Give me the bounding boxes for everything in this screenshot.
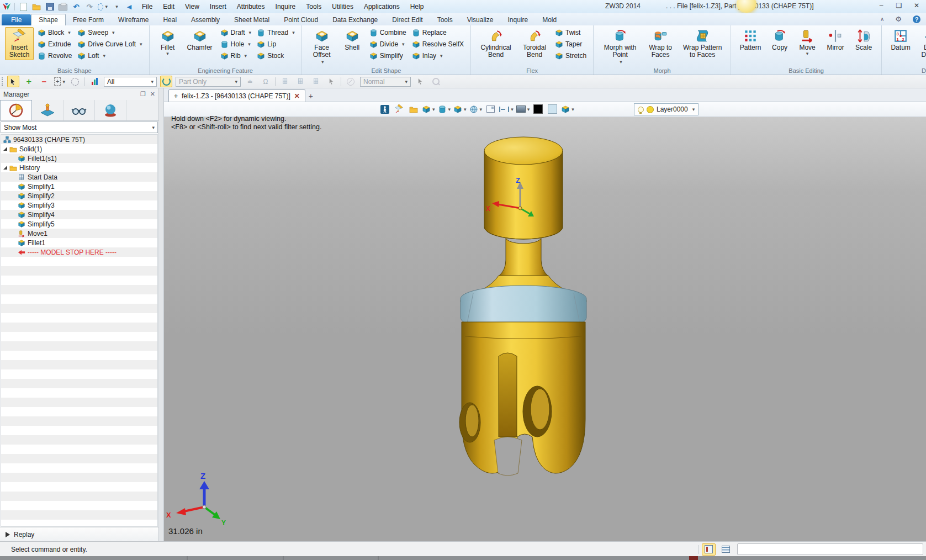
tab-file[interactable]: File [2,14,31,25]
hole-button[interactable]: Hole [219,39,253,50]
replay-bar[interactable]: Replay [0,527,158,541]
menu-attributes[interactable]: Attributes [237,3,265,10]
open-file-button[interactable] [31,2,41,11]
tree-item-simplify4[interactable]: Simplify4 [1,210,157,219]
rotate-view-button[interactable] [469,103,483,115]
entity-filter-dropdown[interactable]: All [104,77,157,87]
pick-cursor-button[interactable] [7,76,19,87]
block-button[interactable]: Block [36,27,73,38]
sweep-button[interactable]: Sweep [76,27,144,38]
tree-item-solid[interactable]: Solid(1) [1,144,157,154]
lip-button[interactable]: Lip [255,39,297,50]
tree-item-simplify5[interactable]: Simplify5 [1,219,157,229]
drag-datum-button[interactable]: Drag Datum [917,27,926,60]
combine-button[interactable]: Combine [368,27,408,38]
tree-item-start-data[interactable]: Start Data [1,172,157,182]
inlay-button[interactable]: Inlay [410,50,465,61]
view-orientation-button[interactable] [421,103,436,115]
revolve-button[interactable]: Revolve [36,50,73,61]
undo-button[interactable]: ↶ [71,2,81,11]
toolbar-options-button[interactable] [111,2,121,11]
zoom-pick-button[interactable] [430,76,442,87]
tree-item-root[interactable]: 96430133 (CHAPE 75T) [1,135,157,144]
filter-cycle-button[interactable] [160,76,172,87]
tree-item-move1[interactable]: Move1 [1,229,157,238]
dock-panel-icon[interactable]: ❐ [140,91,146,98]
replace-button[interactable]: Replace [410,27,465,38]
menu-edit[interactable]: Edit [163,3,174,10]
tab-sheet-metal[interactable]: Sheet Metal [227,14,277,25]
tab-data-exchange[interactable]: Data Exchange [325,14,385,25]
twist-button[interactable]: Twist [553,27,588,38]
extrude-button[interactable]: Extrude [36,39,73,50]
option-b-button[interactable]: Ω [260,76,272,87]
zoom-window-button[interactable] [484,103,497,115]
fillet-button[interactable]: Fillet [155,27,181,57]
settings-gear-icon[interactable]: ⚙ [895,15,902,23]
face-offset-button[interactable]: Face Offset [307,27,337,67]
tab-visualize[interactable]: Visualize [460,14,501,25]
rib-button[interactable]: Rib [219,50,253,61]
stock-button[interactable]: Stock [255,50,297,61]
sketch-edit-button[interactable] [393,103,405,115]
show-filter-dropdown[interactable]: Show Most [1,121,158,133]
menu-help[interactable]: Help [410,3,424,10]
model-canvas[interactable]: Layer0000 Hold down <F2> for dynamic vie… [164,102,926,541]
walk-through-button[interactable] [378,103,391,115]
manager-tab-assembly[interactable] [32,100,64,120]
lasso-button[interactable] [69,76,81,87]
datum-button[interactable]: Datum [887,27,914,53]
new-tab-button[interactable]: + [309,92,313,101]
move-button[interactable]: Move [795,27,820,57]
menu-view[interactable]: View [185,3,199,10]
taper-button[interactable]: Taper [553,39,588,50]
print-button[interactable] [58,2,68,11]
scale-button[interactable]: Scale [851,27,876,53]
redo-button[interactable]: ↷ [84,2,94,11]
thread-button[interactable]: Thread [255,27,297,38]
menu-insert[interactable]: Insert [210,3,226,10]
cylindrical-bend-button[interactable]: Cylindrical Bend [476,27,516,60]
copy-button[interactable]: Copy [767,27,792,53]
tab-inquire[interactable]: Inquire [500,14,535,25]
tree-item-fillet1[interactable]: Fillet1 [1,238,157,247]
pick-point-button[interactable] [414,76,426,87]
draft-button[interactable]: Draft [219,27,253,38]
drive-curve-loft-button[interactable]: Drive Curve Loft [76,39,144,50]
save-button[interactable] [45,2,55,11]
tree-item-model-stop[interactable]: ----- MODEL STOP HERE ----- [1,247,157,257]
tab-direct-edit[interactable]: Direct Edit [385,14,430,25]
selector-button[interactable] [98,2,108,11]
tab-heal[interactable]: Heal [156,14,184,25]
manager-tab-history[interactable] [0,100,32,120]
panel-splitter[interactable] [159,88,164,541]
pick-last-button[interactable] [325,76,337,87]
tab-shape[interactable]: Shape [31,14,66,25]
close-panel-icon[interactable]: ✕ [150,91,155,98]
plane-button[interactable] [407,103,420,115]
toroidal-bend-button[interactable]: Toroidal Bend [518,27,551,60]
tree-item-simplify1[interactable]: Simplify1 [1,182,157,191]
mirror-button[interactable]: Mirror [822,27,849,53]
layer-dropdown[interactable]: Layer0000 [634,103,699,115]
expander-icon[interactable] [3,166,7,170]
tab-wireframe[interactable]: Wireframe [111,14,156,25]
help-icon[interactable]: ? [913,15,920,23]
stretch-button[interactable]: Stretch [553,50,588,61]
status-input[interactable] [737,543,923,555]
snap-mode-dropdown[interactable]: Normal [360,77,411,87]
simplify-button[interactable]: Simplify [368,50,408,61]
view-standard-button[interactable] [437,103,452,115]
display-mode-button[interactable] [516,103,531,115]
pick-region-button[interactable]: + [54,76,66,87]
document-tab[interactable]: + felix-1.Z3 - [96430133 (CHAPE 75T)] ✕ [168,89,305,102]
tab-free-form[interactable]: Free Form [66,14,111,25]
chamfer-button[interactable]: Chamfer [183,27,216,53]
tab-close-icon[interactable]: ✕ [294,92,300,100]
menu-tools[interactable]: Tools [306,3,321,10]
shell-button[interactable]: Shell [339,27,366,53]
add-selection-button[interactable]: ＋ [23,76,35,87]
toggle-panel-button[interactable] [702,543,716,556]
edge-color-button[interactable] [532,103,544,115]
option-a-button[interactable]: ≐ [244,76,256,87]
